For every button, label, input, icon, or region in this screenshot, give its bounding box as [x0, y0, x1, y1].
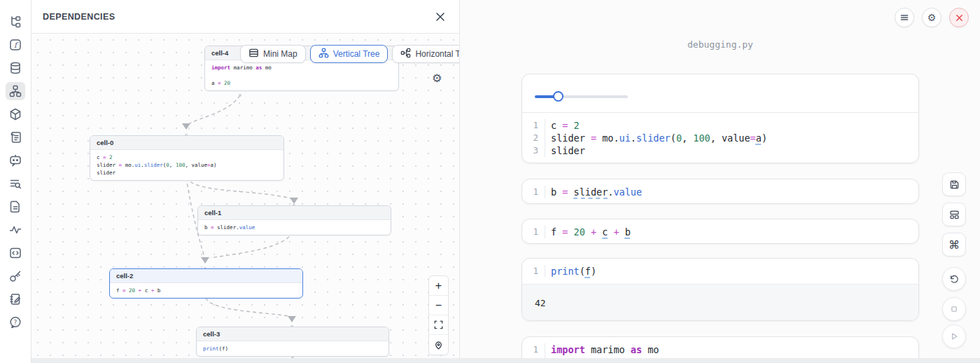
dependencies-panel: DEPENDENCIES [31, 0, 460, 363]
dependency-graph-icon[interactable] [6, 82, 25, 100]
vertical-tree-icon [318, 48, 329, 60]
horizontal-tree-label: Horizontal Tree [415, 49, 459, 59]
slider-handle[interactable] [553, 91, 564, 102]
packages-icon[interactable] [6, 105, 25, 123]
vertical-tree-button[interactable]: Vertical Tree [310, 45, 388, 63]
close-icon [955, 13, 964, 22]
shutdown-button[interactable] [949, 8, 969, 27]
zoom-in-button[interactable]: + [429, 276, 448, 296]
line-numbers: 123 [522, 119, 545, 157]
graph-node-cell-0[interactable]: cell-0 c = 2slider = mo.ui.slider(0, 100… [90, 135, 284, 181]
dependencies-title: DEPENDENCIES [43, 12, 115, 22]
graph-node-title: cell-0 [90, 136, 284, 150]
stop-icon [948, 303, 960, 315]
mini-map-label: Mini Map [263, 49, 298, 59]
layout-toggle-button[interactable] [942, 203, 966, 226]
undo-icon [948, 273, 960, 285]
marimo-app: f ? DEPENDENCIES [0, 0, 980, 363]
tracing-icon[interactable] [6, 221, 25, 239]
horizontal-tree-button[interactable]: Horizontal Tree [392, 45, 459, 63]
save-button[interactable] [942, 172, 966, 196]
notebook-filename: debugging.py [522, 39, 919, 50]
notebook-cell[interactable]: 1 b = slider.value [522, 179, 919, 204]
command-icon: ⌘ [948, 238, 960, 252]
graph-node-title: cell-1 [198, 206, 391, 220]
datasources-icon[interactable] [6, 59, 25, 77]
graph-node-code: f = 20 + c + b [110, 283, 302, 298]
mini-map-icon [248, 48, 259, 60]
run-button[interactable] [942, 324, 966, 348]
graph-node-cell-1[interactable]: cell-1 b = slider.value [197, 205, 391, 235]
file-explorer-icon[interactable] [6, 13, 25, 31]
help-icon[interactable]: ? [6, 313, 25, 331]
scratchpad-icon[interactable] [6, 290, 25, 308]
layout-icon [948, 209, 960, 221]
outline-icon[interactable] [6, 244, 25, 262]
horizontal-tree-icon [400, 48, 411, 60]
notebook-settings-button[interactable]: ⚙ [922, 8, 941, 27]
hamburger-icon [899, 13, 909, 22]
cell-output-area [522, 74, 918, 113]
bottom-scrollbar[interactable] [31, 358, 980, 363]
logs-icon[interactable] [6, 174, 25, 193]
graph-node-cell-3[interactable]: cell-3 print(f) [196, 327, 389, 357]
dependency-graph-canvas[interactable]: cell-4 import marimo as mo a = 20 cell-0… [31, 34, 459, 363]
graph-node-code: print(f) [197, 341, 388, 356]
svg-text:?: ? [14, 319, 18, 326]
tool-rail: f ? [0, 0, 31, 363]
gear-icon: ⚙ [927, 12, 937, 23]
zoom-out-button[interactable]: − [429, 296, 448, 315]
code-editor[interactable]: f = 20 + c + b [545, 226, 631, 238]
save-icon [948, 179, 960, 191]
play-icon [948, 331, 960, 342]
code-editor[interactable]: c = 2slider = mo.ui.slider(0, 100, value… [545, 119, 767, 157]
secrets-icon[interactable] [6, 267, 25, 285]
graph-zoom-controls: + − [428, 275, 449, 355]
code-editor[interactable]: b = slider.value [545, 186, 642, 198]
notebook-cell[interactable]: 123 c = 2slider = mo.ui.slider(0, 100, v… [522, 74, 919, 163]
dependencies-header: DEPENDENCIES [31, 0, 459, 34]
graph-node-cell-2[interactable]: cell-2 f = 20 + c + b [109, 268, 303, 299]
graph-settings-gear-icon[interactable]: ⚙ [432, 71, 442, 85]
close-panel-icon[interactable] [433, 9, 448, 25]
stop-button[interactable] [942, 297, 966, 321]
documentation-icon[interactable] [6, 128, 25, 146]
line-numbers: 1 [522, 186, 545, 198]
notebook-cell[interactable]: 1 f = 20 + c + b [522, 219, 919, 244]
slider-widget[interactable] [535, 95, 628, 98]
mini-map-button[interactable]: Mini Map [240, 45, 306, 63]
notebook-menu-button[interactable] [895, 8, 914, 27]
graph-node-title: cell-2 [110, 269, 302, 283]
cell-output-value: 42 [522, 284, 918, 321]
line-numbers: 1 [522, 265, 545, 278]
notebook-cell[interactable]: 1 print(f) 42 [522, 258, 919, 321]
keyboard-shortcuts-button[interactable]: ⌘ [942, 233, 966, 256]
svg-text:f: f [14, 41, 19, 49]
vertical-tree-label: Vertical Tree [333, 49, 380, 59]
graph-view-toolbar: Mini Map Vertical Tree Horizontal Tree [240, 45, 459, 63]
snippets-icon[interactable] [6, 198, 25, 216]
line-numbers: 1 [522, 226, 545, 238]
code-editor[interactable]: print(f) [545, 265, 596, 278]
undo-button[interactable] [942, 267, 966, 291]
notebook-side-controls: ⌘ [942, 172, 966, 263]
lock-position-button[interactable] [429, 335, 448, 355]
graph-node-title: cell-3 [197, 327, 388, 341]
graph-node-code: b = slider.value [198, 220, 391, 235]
variables-icon[interactable]: f [6, 36, 25, 54]
ai-chat-icon[interactable] [6, 151, 25, 170]
graph-node-code: c = 2slider = mo.ui.slider(0, 100, value… [90, 150, 284, 180]
notebook-pane: ⚙ debugging.py 123 c = 2slider = mo.ui.s… [460, 0, 980, 363]
fit-view-button[interactable] [429, 315, 448, 335]
graph-node-code: import marimo as mo a = 20 [205, 60, 398, 90]
